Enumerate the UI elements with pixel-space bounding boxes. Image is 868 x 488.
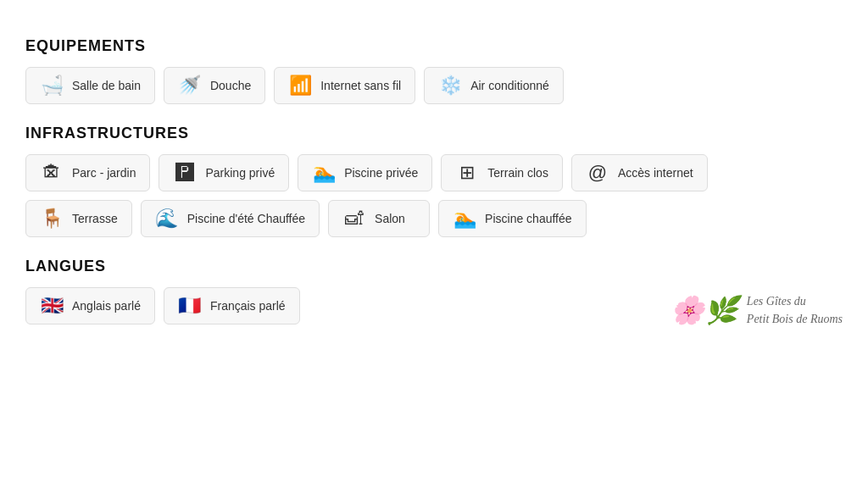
badge-item: 🇫🇷Français parlé [164,287,300,324]
section-equipements: EQUIPEMENTS 🛁Salle de bain🚿Douche📶Intern… [25,37,843,104]
logo-area: 🌸🌿 Les Gîtes du Petit Bois de Ruoms [670,290,843,330]
badge-icon: 📶 [288,76,312,95]
infrastructures-row1: 🏚Parc - jardin🅿Parking privé🏊Piscine pri… [25,154,843,191]
badge-item: ❄️Air conditionné [424,67,564,104]
badge-label: Terrain clos [487,166,548,180]
badge-icon: 🏊 [453,209,476,228]
logo-line2: Petit Bois de Ruoms [747,310,843,328]
badge-item: 📶Internet sans fil [274,67,415,104]
badge-icon: 🅿 [173,164,197,182]
equipements-badges: 🛁Salle de bain🚿Douche📶Internet sans fil❄… [25,67,843,104]
badge-icon: ⊞ [455,164,479,182]
badge-label: Accès internet [618,166,693,180]
badge-label: Parc - jardin [72,166,136,180]
badge-label: Parking privé [205,166,275,180]
badge-label: Piscine d'été Chauffée [187,212,305,225]
badge-icon: 🌊 [155,209,179,228]
badge-label: Salon [375,212,405,225]
badge-label: Piscine chauffée [485,212,571,225]
badge-item: 🇬🇧Anglais parlé [25,287,155,324]
section-infrastructures: INFRASTRUCTURES 🏚Parc - jardin🅿Parking p… [25,125,843,237]
badge-icon: 🇫🇷 [178,297,202,315]
langues-badges: 🇬🇧Anglais parlé🇫🇷Français parlé [25,287,300,324]
badge-icon: @ [586,164,609,182]
langues-title: LANGUES [25,258,843,275]
badge-item: 🏊Piscine chauffée [438,200,586,237]
badge-icon: 🏊 [312,164,336,182]
badge-icon: 🪑 [40,209,64,228]
equipements-title: EQUIPEMENTS [25,37,843,55]
badge-item: 🅿Parking privé [159,154,289,191]
badge-item: 🚿Douche [164,67,265,104]
badge-label: Douche [210,79,251,92]
badge-icon: 🛋 [342,209,366,228]
infrastructures-row2: 🪑Terrasse🌊Piscine d'été Chauffée🛋Salon🏊P… [25,200,843,237]
badge-item: 🪑Terrasse [25,200,132,237]
section-langues: LANGUES 🇬🇧Anglais parlé🇫🇷Français parlé … [25,258,843,333]
badge-label: Français parlé [210,299,286,313]
badge-item: 🛁Salle de bain [25,67,155,104]
infrastructures-title: INFRASTRUCTURES [25,125,843,142]
badge-icon: 🚿 [178,76,202,95]
badge-label: Piscine privée [344,166,418,180]
badge-icon: 🛁 [40,76,64,95]
badge-icon: ❄️ [438,76,462,95]
badge-item: 🛋Salon [328,200,430,237]
logo-text: Les Gîtes du Petit Bois de Ruoms [747,292,843,328]
badge-item: 🏊Piscine privée [298,154,432,191]
badge-item: @Accès internet [571,154,708,191]
badge-label: Salle de bain [72,79,141,92]
badge-icon: 🏚 [40,164,64,182]
badge-item: ⊞Terrain clos [441,154,563,191]
badge-label: Anglais parlé [72,299,141,313]
badge-label: Terrasse [72,212,118,225]
logo-line1: Les Gîtes du [747,292,843,310]
badge-item: 🌊Piscine d'été Chauffée [141,200,320,237]
badge-item: 🏚Parc - jardin [25,154,150,191]
badge-label: Internet sans fil [320,79,401,92]
badge-icon: 🇬🇧 [40,297,64,315]
logo-flower-icon: 🌸🌿 [670,290,738,330]
badge-label: Air conditionné [470,79,549,92]
footer-row: 🇬🇧Anglais parlé🇫🇷Français parlé 🌸🌿 Les G… [25,287,843,333]
